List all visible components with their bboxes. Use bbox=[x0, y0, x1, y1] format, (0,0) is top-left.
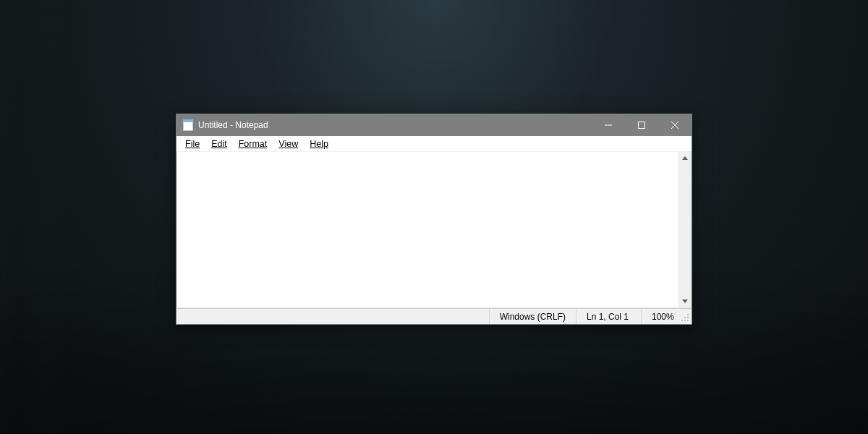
menu-help-label: Help bbox=[310, 139, 328, 149]
scroll-up-arrow-icon[interactable] bbox=[679, 152, 691, 164]
notepad-window: Untitled - Notepad File Edit bbox=[176, 114, 692, 325]
window-controls bbox=[592, 114, 692, 136]
window-title: Untitled - Notepad bbox=[198, 120, 268, 130]
notepad-icon bbox=[182, 119, 194, 131]
svg-marker-5 bbox=[682, 299, 688, 303]
menu-file-label: File bbox=[185, 139, 200, 149]
menu-format[interactable]: Format bbox=[233, 137, 273, 150]
scroll-down-arrow-icon[interactable] bbox=[679, 295, 691, 307]
svg-marker-4 bbox=[682, 156, 688, 160]
menu-edit-label: Edit bbox=[211, 139, 227, 149]
minimize-button[interactable] bbox=[592, 114, 625, 136]
menu-file[interactable]: File bbox=[179, 137, 205, 150]
maximize-button[interactable] bbox=[625, 114, 658, 136]
menu-edit[interactable]: Edit bbox=[205, 137, 233, 150]
maximize-icon bbox=[638, 122, 645, 129]
vertical-scrollbar[interactable] bbox=[678, 152, 691, 307]
statusbar: Windows (CRLF) Ln 1, Col 1 100% bbox=[176, 308, 692, 324]
text-editor[interactable] bbox=[177, 152, 678, 307]
status-zoom: 100% bbox=[641, 309, 692, 324]
editor-container bbox=[176, 152, 692, 308]
menubar: File Edit Format View Help bbox=[176, 136, 692, 152]
status-encoding: Windows (CRLF) bbox=[489, 309, 576, 324]
menu-help[interactable]: Help bbox=[304, 137, 334, 150]
menu-view-label: View bbox=[278, 139, 298, 149]
close-icon bbox=[671, 122, 678, 129]
svg-rect-1 bbox=[639, 122, 645, 129]
status-cursor-position: Ln 1, Col 1 bbox=[576, 309, 641, 324]
minimize-icon bbox=[605, 122, 612, 129]
menu-format-label: Format bbox=[239, 139, 268, 149]
titlebar[interactable]: Untitled - Notepad bbox=[176, 114, 692, 136]
close-button[interactable] bbox=[658, 114, 692, 136]
menu-view[interactable]: View bbox=[273, 137, 304, 150]
